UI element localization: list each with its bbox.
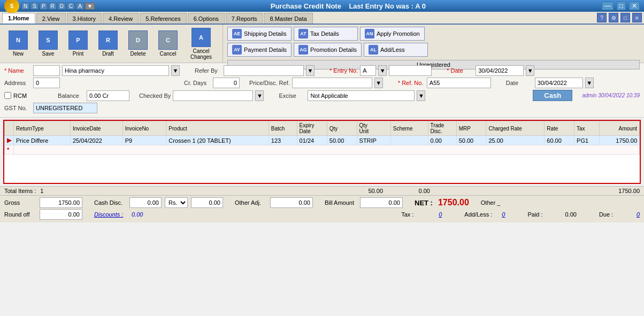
name-code-input[interactable] <box>33 65 60 76</box>
entry-no-dropdown[interactable]: ▼ <box>378 65 387 76</box>
extra-icon[interactable]: ≡ <box>632 13 642 22</box>
cash-disc-pct-input[interactable] <box>191 197 223 208</box>
gross-input[interactable] <box>40 197 82 208</box>
gst-input[interactable] <box>33 103 97 113</box>
cell-charged-rate[interactable]: 25.00 <box>486 136 545 145</box>
cell-tax[interactable]: PG1 <box>574 136 600 145</box>
main-toolbar: N New S Save P Print R Draft D Delete C … <box>0 25 644 63</box>
address-input[interactable] <box>33 78 60 88</box>
entry-no-value-input[interactable] <box>389 65 432 76</box>
refer-by-input[interactable] <box>224 65 304 76</box>
date-input[interactable] <box>476 65 524 76</box>
checked-by-dropdown[interactable]: ▼ <box>255 90 264 101</box>
balance-input[interactable] <box>87 90 129 101</box>
cell-scheme[interactable] <box>390 136 428 145</box>
minimize-button[interactable]: — <box>602 2 614 10</box>
bill-amount-input[interactable] <box>360 197 403 208</box>
cell-invoice-no[interactable]: P9 <box>122 136 166 145</box>
cell-product[interactable]: Crossen 1 (20 TABLET) <box>166 136 269 145</box>
rcm-checkbox[interactable] <box>4 92 11 99</box>
ref-no-label: Ref. No. <box>398 80 425 86</box>
excise-input[interactable] <box>308 90 415 101</box>
gst-label: GST No. <box>4 105 31 111</box>
cell-amount[interactable]: 1750.00 <box>600 136 640 145</box>
payment-details-button[interactable]: AY Payment Details <box>227 43 292 57</box>
price-ref-input[interactable] <box>292 78 372 88</box>
cell-trade-disc[interactable]: 0.00 <box>428 136 456 145</box>
payment-icon: AY <box>232 45 242 55</box>
add-less-button[interactable]: AL Add/Less <box>364 43 428 57</box>
price-ref-dropdown[interactable]: ▼ <box>374 78 383 88</box>
date-dropdown[interactable]: ▼ <box>526 65 534 76</box>
print-button[interactable]: P Print <box>64 28 92 59</box>
date2-input[interactable] <box>535 78 583 88</box>
entry-no-input[interactable] <box>360 65 376 76</box>
ref-no-input[interactable] <box>427 78 491 88</box>
name-dropdown-arrow[interactable]: ▼ <box>171 65 180 76</box>
excise-dropdown[interactable]: ▼ <box>417 90 425 101</box>
cash-disc-unit-select[interactable]: Rs. % <box>165 197 188 208</box>
draft-button[interactable]: R Draft <box>94 28 122 59</box>
promotion-details-button[interactable]: AG Promotion Details <box>294 43 362 57</box>
cell-mrp[interactable]: 50.00 <box>456 136 486 145</box>
tab-view[interactable]: 2.View <box>36 13 66 24</box>
maximize-button[interactable]: □ <box>617 2 626 10</box>
checked-by-input[interactable] <box>173 90 253 101</box>
net-value: 1750.00 <box>438 198 469 207</box>
apply-promotion-button[interactable]: AN Apply Promotion <box>360 27 425 41</box>
round-off-input[interactable] <box>40 209 82 220</box>
cell-invoice-date[interactable]: 25/04/2022 <box>70 136 122 145</box>
cell-expiry[interactable]: 01/24 <box>297 136 327 145</box>
cr-days-input[interactable] <box>213 78 240 88</box>
col-header-amount: Amount <box>600 121 640 136</box>
name-input[interactable] <box>62 65 169 76</box>
add-less-value[interactable]: 0 <box>502 211 505 218</box>
date2-dropdown[interactable]: ▼ <box>585 78 594 88</box>
other-adj-input[interactable] <box>270 197 313 208</box>
cell-qty[interactable]: 50.00 <box>327 136 357 145</box>
tab-reports[interactable]: 7.Reports <box>226 13 263 24</box>
print-icon: P <box>68 30 88 50</box>
new-button[interactable]: N New <box>4 28 32 59</box>
discounts-label[interactable]: Discounts : <box>94 211 126 218</box>
cancel-changes-button[interactable]: A Cancel Changes <box>184 26 218 62</box>
cell-rate[interactable]: 60.00 <box>545 136 574 145</box>
cash-disc-input[interactable] <box>129 197 162 208</box>
title-bar-controls[interactable]: — □ ✕ <box>602 2 640 10</box>
save-button[interactable]: S Save <box>34 28 62 59</box>
delete-button[interactable]: D Delete <box>124 28 152 59</box>
tab-master-data[interactable]: 8.Master Data <box>264 13 312 24</box>
tab-home[interactable]: 1.Home <box>2 13 35 24</box>
settings-icon[interactable]: ⚙ <box>609 13 618 22</box>
cancel-button[interactable]: C Cancel <box>154 28 182 59</box>
tab-references[interactable]: 5.References <box>140 13 186 24</box>
tab-history[interactable]: 3.History <box>67 13 102 24</box>
col-header-qty: Qty <box>327 121 357 136</box>
window-icon[interactable]: □ <box>620 13 630 22</box>
due-value[interactable]: 0 <box>637 211 640 218</box>
excise-label: Excise <box>279 93 305 99</box>
refer-by-dropdown[interactable]: ▼ <box>306 65 315 76</box>
form-row-2: Address Cr. Days Price/Disc. Ref. ▼ Ref.… <box>4 78 640 88</box>
cell-batch[interactable]: 123 <box>269 136 297 145</box>
checked-by-label: Checked By <box>139 93 171 99</box>
table-row-new[interactable]: * <box>5 145 640 155</box>
col-header-invoice-date: InvoiceDate <box>70 121 122 136</box>
tax-value[interactable]: 0 <box>439 211 442 218</box>
cell-qty-unit[interactable]: STRIP <box>357 136 390 145</box>
table-row[interactable]: ▶ Price Differe 25/04/2022 P9 Crossen 1 … <box>5 136 640 145</box>
due-label: Due : <box>599 211 631 218</box>
cancel-changes-icon: A <box>191 28 211 47</box>
col-header-return-type: ReturnType <box>14 121 71 136</box>
tab-review[interactable]: 4.Review <box>103 13 139 24</box>
cash-badge: Cash <box>533 90 572 101</box>
tax-details-button[interactable]: AT Tax Details <box>294 27 358 41</box>
close-button[interactable]: ✕ <box>629 2 640 10</box>
help-icon[interactable]: ? <box>597 13 607 22</box>
shipping-details-button[interactable]: AE Shipping Details <box>227 27 292 41</box>
date-label: Date <box>447 67 473 74</box>
balance-label: Balance <box>58 93 85 99</box>
net-label: NET : <box>415 199 433 207</box>
tab-options[interactable]: 6.Options <box>188 13 225 24</box>
cell-return-type[interactable]: Price Differe <box>14 136 71 145</box>
